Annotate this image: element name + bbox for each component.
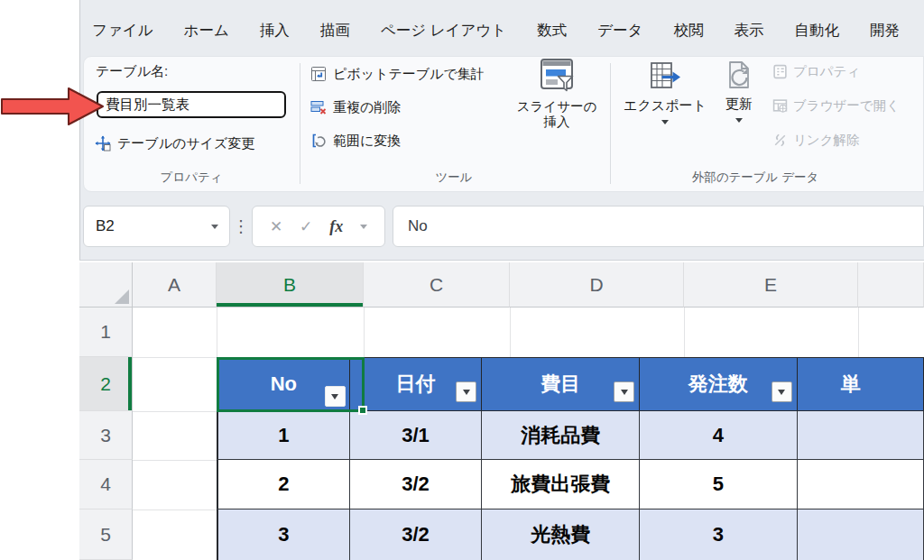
select-all-corner[interactable]	[79, 262, 133, 308]
cancel-icon[interactable]: ✕	[270, 217, 282, 236]
cell-d3[interactable]: 消耗品費	[482, 411, 640, 459]
gridline	[510, 308, 511, 357]
properties-button-disabled[interactable]: プロパティ	[772, 63, 860, 80]
filter-dropdown-button[interactable]	[456, 381, 476, 402]
resize-table-icon	[95, 135, 111, 151]
unlink-icon	[772, 133, 788, 148]
header-text: No	[271, 372, 297, 396]
tab-page-layout[interactable]: ページ レイアウト	[381, 21, 506, 41]
summarize-with-pivot-label: ピボットテーブルで集計	[333, 66, 485, 83]
unlink-label: リンク解除	[793, 132, 860, 149]
gridline	[133, 357, 217, 358]
cell-f4[interactable]	[798, 460, 924, 509]
table-header-cell-order-qty[interactable]: 発注数	[640, 358, 798, 410]
convert-to-range-label: 範囲に変換	[333, 133, 401, 150]
formula-controls: ✕ ✓ fx	[252, 206, 385, 247]
cell-f3[interactable]	[798, 411, 924, 459]
cell-f5[interactable]	[798, 510, 924, 560]
export-label: エクスポート	[624, 97, 707, 113]
tab-view[interactable]: 表示	[734, 21, 763, 41]
filter-dropdown-button[interactable]	[614, 381, 634, 402]
table-header-cell-no[interactable]: No	[217, 358, 350, 410]
table-header-cell-category[interactable]: 費目	[482, 358, 640, 410]
cell-d5[interactable]: 光熱費	[482, 510, 640, 560]
convert-to-range-icon	[310, 133, 327, 149]
row-header-5[interactable]: 5	[79, 510, 133, 560]
chevron-down-icon	[661, 120, 669, 124]
filter-dropdown-button[interactable]	[325, 386, 346, 407]
cell-e4[interactable]: 5	[640, 460, 798, 509]
table-header-cell-unit-price-partial[interactable]: 単	[798, 358, 924, 410]
tab-data[interactable]: データ	[597, 21, 642, 41]
cell-d4[interactable]: 旅費出張費	[482, 460, 640, 509]
tab-review[interactable]: 校閲	[673, 21, 703, 41]
pivot-table-icon	[310, 66, 327, 82]
chevron-down-icon	[211, 225, 218, 229]
row-header-3[interactable]: 3	[79, 411, 133, 460]
table-name-label: テーブル名:	[96, 63, 168, 80]
insert-function-icon[interactable]: fx	[329, 217, 343, 236]
properties-label: プロパティ	[793, 63, 860, 80]
resize-table-button[interactable]: テーブルのサイズ変更	[95, 132, 254, 155]
cell-c3[interactable]: 3/1	[350, 411, 483, 459]
column-header-f-partial[interactable]	[858, 262, 924, 308]
refresh-label: 更新	[725, 96, 753, 111]
column-header-a[interactable]: A	[133, 262, 217, 308]
row-header-1[interactable]: 1	[79, 308, 133, 357]
insert-slicer-label-line1: スライサーの	[517, 99, 597, 115]
resize-table-label: テーブルのサイズ変更	[117, 135, 254, 152]
formula-input[interactable]: No	[393, 206, 924, 247]
open-in-browser-button-disabled[interactable]: ブラウザーで開く	[772, 97, 900, 115]
filter-dropdown-button[interactable]	[772, 381, 792, 402]
table-name-input[interactable]	[97, 91, 286, 118]
table-row: 3 3/2 光熱費 3	[217, 510, 924, 560]
excel-app-window: ファイル ホーム 挿入 描画 ページ レイアウト 数式 データ 校閲 表示 自動…	[0, 0, 924, 560]
remove-duplicates-icon	[310, 99, 327, 115]
column-header-c[interactable]: C	[364, 262, 510, 308]
cell-c4[interactable]: 3/2	[350, 460, 483, 509]
column-header-e[interactable]: E	[684, 262, 858, 308]
convert-to-range-button[interactable]: 範囲に変換	[310, 128, 401, 153]
row-header-4[interactable]: 4	[79, 460, 133, 510]
table-row: 2 3/2 旅費出張費 5	[217, 460, 924, 510]
cell-c5[interactable]: 3/2	[350, 510, 483, 560]
cell-b4[interactable]: 2	[217, 460, 350, 509]
tab-developer[interactable]: 開発	[870, 21, 900, 41]
fill-handle[interactable]	[358, 406, 367, 415]
tab-draw[interactable]: 描画	[320, 21, 350, 41]
tab-formulas[interactable]: 数式	[537, 21, 567, 41]
remove-duplicates-button[interactable]: 重複の削除	[310, 95, 401, 120]
cell-e3[interactable]: 4	[640, 411, 798, 459]
gridline	[364, 308, 365, 357]
unlink-button-disabled[interactable]: リンク解除	[772, 132, 860, 149]
open-in-browser-icon	[772, 98, 788, 114]
formula-value: No	[408, 217, 428, 235]
filter-icon	[621, 390, 628, 395]
table-header-cell-date[interactable]: 日付	[350, 358, 483, 410]
gridline	[133, 510, 217, 510]
column-header-b[interactable]: B	[217, 262, 364, 308]
row-header-2[interactable]: 2	[79, 357, 133, 411]
remove-duplicates-label: 重複の削除	[333, 99, 401, 116]
cell-b3[interactable]: 1	[217, 411, 350, 459]
tab-automate[interactable]: 自動化	[794, 21, 839, 41]
tab-insert[interactable]: 挿入	[260, 21, 290, 41]
tab-file[interactable]: ファイル	[92, 21, 153, 41]
name-box[interactable]: B2	[83, 206, 230, 247]
summarize-with-pivot-button[interactable]: ピボットテーブルで集計	[310, 61, 485, 87]
tab-home[interactable]: ホーム	[184, 21, 229, 41]
formula-bar-drag-handle[interactable]: ⋮	[235, 206, 247, 247]
slicer-icon	[538, 57, 576, 93]
enter-icon[interactable]: ✓	[300, 217, 312, 236]
insert-slicer-button[interactable]: スライサーの 挿入	[511, 57, 603, 130]
cell-b5[interactable]: 3	[217, 510, 350, 560]
gridline	[133, 411, 217, 412]
cell-e5[interactable]: 3	[640, 510, 798, 560]
chevron-down-icon	[735, 118, 743, 123]
group-label-external-table-data: 外部のテーブル データ	[665, 170, 845, 186]
filter-icon	[331, 394, 338, 399]
open-in-browser-label: ブラウザーで開く	[793, 97, 900, 115]
column-header-d[interactable]: D	[510, 262, 684, 308]
export-button[interactable]: エクスポート	[621, 60, 709, 124]
refresh-button[interactable]: 更新	[713, 60, 765, 123]
